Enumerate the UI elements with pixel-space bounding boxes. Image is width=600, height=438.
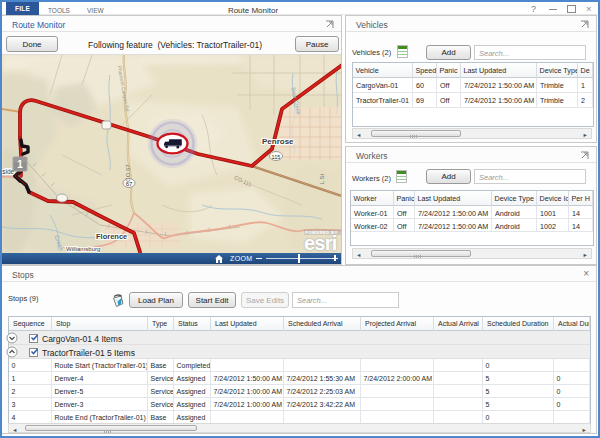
svg-text:Williamsburg: Williamsburg: [66, 246, 100, 252]
svg-text:115: 115: [272, 154, 281, 160]
svg-text:1: 1: [17, 159, 23, 170]
svg-text:esri: esri: [304, 232, 337, 253]
svg-text:Florence: Florence: [96, 232, 127, 241]
svg-text:Penrose: Penrose: [262, 137, 294, 146]
svg-text:CO 67: CO 67: [125, 164, 131, 182]
svg-text:L St: L St: [319, 173, 325, 184]
